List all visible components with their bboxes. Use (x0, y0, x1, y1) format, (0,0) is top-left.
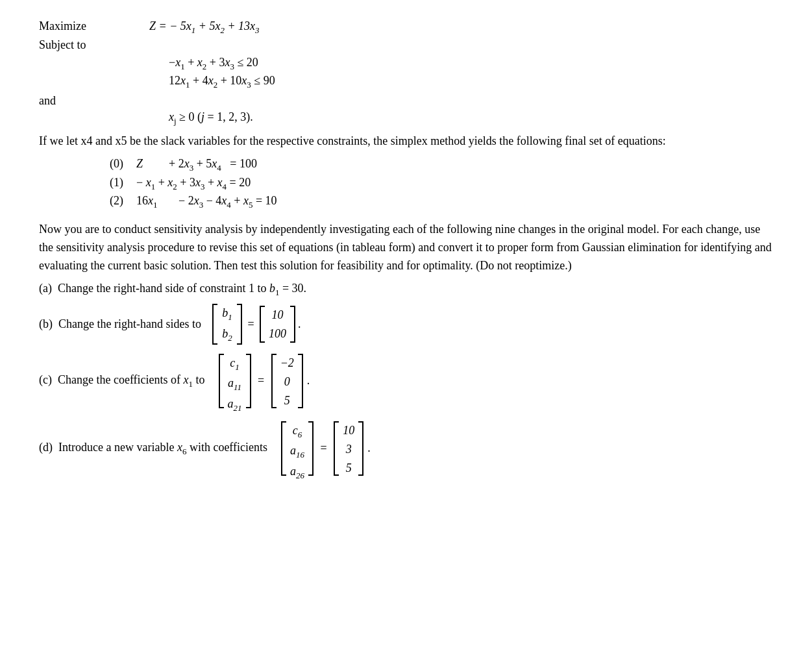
part-d-period: . (367, 441, 371, 455)
part-b-text: (b) Change the right-hand sides to (39, 317, 201, 331)
part-b: (b) Change the right-hand sides to b1 b2… (39, 304, 773, 345)
eq0-var: Z (136, 157, 169, 171)
part-d-val2: 3 (343, 440, 354, 459)
and-label: and (39, 94, 773, 108)
part-c-a11: a11 (228, 374, 241, 394)
maximize-equation: Z = − 5x1 + 5x2 + 13x3 (149, 19, 260, 36)
part-c-a21: a21 (228, 395, 242, 415)
constraint-1: −x1 + x2 + 3x3 ≤ 20 (169, 56, 773, 72)
eq2-label: (2) (91, 194, 123, 208)
sensitivity-paragraph: Now you are to conduct sensitivity analy… (39, 221, 773, 275)
maximize-label: Maximize (39, 19, 97, 36)
part-d-a16: a16 (290, 441, 304, 461)
eq2-content: − 2x3 − 4x4 + x5 = 10 (178, 194, 277, 210)
part-c-left-matrix: c1 a11 a21 (219, 354, 251, 408)
eq2-var: 16x1 (136, 194, 178, 210)
part-c-val1: −2 (280, 354, 294, 373)
part-c-right-matrix: −2 0 5 (271, 354, 303, 408)
slack-paragraph: If we let x4 and x5 be the slack variabl… (39, 132, 773, 151)
equation-0: (0) Z + 2x3 + 5x4 = 100 (91, 157, 773, 173)
part-d-text: (d) Introduce a new variable x6 with coe… (39, 441, 267, 457)
part-d-a26: a26 (290, 462, 304, 482)
equation-2: (2) 16x1 − 2x3 − 4x4 + x5 = 10 (91, 194, 773, 210)
part-b-period: . (298, 317, 301, 331)
eq0-content: + 2x3 + 5x4 = 100 (169, 157, 257, 173)
part-b-b1: b1 (221, 304, 233, 324)
part-c-period: . (307, 374, 310, 387)
part-b-val1: 10 (272, 306, 284, 325)
maximize-line: Maximize Z = − 5x1 + 5x2 + 13x3 (39, 19, 773, 36)
eq1-label: (1) (91, 176, 123, 190)
eq1-content: − x1 + x2 + 3x3 + x4 = 20 (136, 176, 251, 192)
part-d-val3: 5 (343, 459, 354, 478)
part-d-val1: 10 (343, 421, 354, 440)
part-b-left-matrix: b1 b2 (212, 304, 242, 345)
part-c-val3: 5 (281, 391, 293, 410)
part-d-right-matrix: 10 3 5 (334, 421, 363, 476)
part-d-c6: c6 (291, 421, 303, 441)
part-b-b2: b2 (221, 325, 233, 345)
part-a: (a) Change the right-hand side of constr… (39, 282, 773, 298)
part-b-right-matrix: 10 100 (260, 306, 295, 343)
eq0-label: (0) (91, 157, 123, 171)
equation-1: (1) − x1 + x2 + 3x3 + x4 = 20 (91, 176, 773, 192)
part-b-val2: 100 (269, 325, 286, 343)
part-d-left-matrix: c6 a16 a26 (281, 421, 314, 476)
part-c-text: (c) Change the coefficients of x1 to (39, 373, 205, 389)
part-c: (c) Change the coefficients of x1 to c1 … (39, 354, 773, 408)
document-container: Maximize Z = − 5x1 + 5x2 + 13x3 Subject … (39, 19, 773, 476)
nonneg-constraint: xj ≥ 0 (j = 1, 2, 3). (169, 110, 773, 127)
part-a-label: (a) Change the right-hand side of constr… (39, 282, 306, 298)
part-c-c1: c1 (229, 354, 241, 374)
constraint-2: 12x1 + 4x2 + 10x3 ≤ 90 (169, 74, 773, 90)
subject-to-label: Subject to (39, 38, 773, 52)
part-c-val2: 0 (281, 373, 293, 391)
part-d: (d) Introduce a new variable x6 with coe… (39, 421, 773, 476)
